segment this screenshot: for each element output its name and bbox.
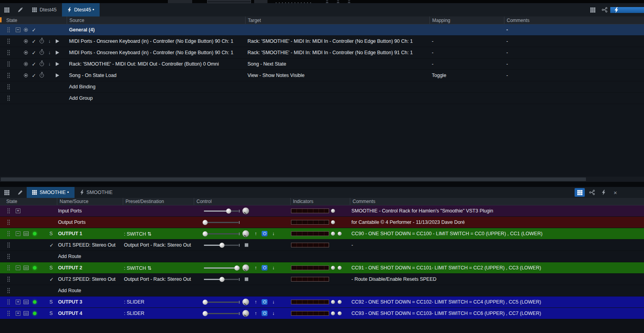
- up-arrow-icon[interactable]: ↑: [255, 265, 257, 271]
- bindings-view-button[interactable]: [598, 187, 609, 198]
- drag-handle[interactable]: [7, 50, 10, 56]
- slider-handle[interactable]: [202, 231, 207, 236]
- enabled-check-icon[interactable]: ✓: [49, 276, 54, 282]
- row-preset[interactable]: : SWITCH ⇅: [123, 228, 194, 239]
- drag-handle[interactable]: [7, 61, 10, 67]
- down-arrow-icon[interactable]: ↓: [48, 50, 51, 55]
- horizontal-scrollbar[interactable]: [0, 177, 644, 182]
- drag-handle[interactable]: [7, 95, 10, 101]
- midi-filter-icon[interactable]: [262, 231, 267, 236]
- collapse-icon[interactable]: −: [16, 231, 20, 236]
- binding-row[interactable]: ✓ ↓ Rack: 'SMOOTHIE' - MIDI Out: MIDI Ou…: [0, 59, 644, 70]
- drag-handle[interactable]: [7, 27, 10, 33]
- add-group-button[interactable]: Add Group: [67, 93, 245, 104]
- enabled-check-icon[interactable]: ✓: [32, 27, 36, 33]
- routing-view-button[interactable]: [0, 3, 13, 16]
- gain-slider[interactable]: [204, 300, 238, 305]
- enabled-check-icon[interactable]: ✓: [32, 50, 36, 56]
- pan-knob[interactable]: [242, 208, 249, 214]
- notes-edit-button[interactable]: [13, 187, 27, 198]
- add-binding-row[interactable]: Add Binding: [0, 81, 644, 93]
- collapse-icon[interactable]: −: [16, 27, 20, 32]
- drag-handle[interactable]: [7, 84, 10, 90]
- row-preset[interactable]: : SWITCH ⇅: [123, 262, 194, 273]
- binding-row[interactable]: ✓ ↓ MIDI Ports - Onscreen Keyboard (in) …: [0, 36, 644, 47]
- state-behavior-icon[interactable]: [24, 73, 28, 77]
- pan-knob[interactable]: [242, 299, 249, 306]
- down-arrow-icon[interactable]: ↓: [272, 299, 275, 305]
- drag-handle[interactable]: [7, 265, 10, 271]
- rack-row-output4[interactable]: + S OUTPUT 4 : SLIDER ↑ ↓: [0, 308, 644, 319]
- add-group-row[interactable]: Add Group: [0, 93, 644, 104]
- up-arrow-icon[interactable]: ↑: [255, 299, 257, 305]
- gain-slider[interactable]: [204, 277, 238, 282]
- add-route-row[interactable]: Add Route: [0, 285, 644, 296]
- pan-knob[interactable]: [242, 310, 249, 317]
- routing-view-button[interactable]: [0, 187, 13, 198]
- down-arrow-icon[interactable]: ↓: [272, 231, 275, 236]
- gain-slider[interactable]: [204, 243, 238, 248]
- timer-icon[interactable]: [40, 73, 44, 78]
- drag-handle[interactable]: [7, 231, 10, 237]
- midi-filter-icon[interactable]: [262, 265, 267, 271]
- notes-edit-button[interactable]: [13, 3, 27, 16]
- pan-knob[interactable]: [242, 265, 249, 271]
- enabled-check-icon[interactable]: ✓: [32, 73, 36, 79]
- bindings-view-button[interactable]: [610, 7, 644, 13]
- drag-handle[interactable]: [7, 220, 10, 225]
- state-behavior-icon[interactable]: [24, 39, 28, 43]
- tab-dtest45-bindings[interactable]: Dtest45 •: [62, 3, 100, 16]
- midi-filter-icon[interactable]: [262, 311, 267, 316]
- table-view-button[interactable]: [575, 188, 585, 197]
- binding-row[interactable]: ✓ ↓ MIDI Ports - Onscreen Keyboard (in) …: [0, 47, 644, 59]
- expand-icon[interactable]: +: [16, 300, 20, 304]
- test-play-icon[interactable]: [56, 51, 59, 55]
- slider-handle[interactable]: [226, 209, 231, 214]
- up-arrow-icon[interactable]: ↑: [255, 311, 257, 316]
- rack-row-output3[interactable]: + S OUTPUT 3 : SLIDER ↑ ↓: [0, 296, 644, 308]
- state-behavior-icon[interactable]: [24, 62, 28, 66]
- pane-splitter[interactable]: [0, 182, 644, 187]
- gain-slider[interactable]: [204, 265, 238, 271]
- add-binding-button[interactable]: Add Binding: [67, 81, 245, 92]
- wiring-view-button[interactable]: [586, 187, 598, 198]
- down-arrow-icon[interactable]: ↓: [272, 265, 275, 271]
- collapse-icon[interactable]: −: [16, 265, 20, 270]
- slider-handle[interactable]: [219, 243, 224, 248]
- slider-handle[interactable]: [202, 220, 207, 225]
- binding-row[interactable]: ✓ Song - On State Load View - Show Notes…: [0, 70, 644, 81]
- timer-icon[interactable]: [40, 62, 44, 66]
- binding-group-row[interactable]: − ✓ General (4) -: [0, 24, 644, 36]
- expand-icon[interactable]: +: [16, 209, 20, 213]
- test-play-icon[interactable]: [56, 39, 59, 43]
- drag-handle[interactable]: [7, 311, 10, 317]
- slider-handle[interactable]: [202, 311, 207, 316]
- enabled-check-icon[interactable]: ✓: [49, 242, 54, 248]
- drag-handle[interactable]: [7, 276, 10, 282]
- down-arrow-icon[interactable]: ↓: [48, 38, 51, 44]
- row-preset[interactable]: Output Port - Rack: Stereo Out: [123, 240, 194, 251]
- gain-slider[interactable]: [204, 311, 238, 316]
- gain-slider[interactable]: [204, 209, 238, 214]
- add-route-button[interactable]: Add Route: [57, 251, 123, 262]
- stop-square-icon[interactable]: [245, 278, 248, 281]
- timer-icon[interactable]: [40, 51, 44, 55]
- close-pane-button[interactable]: ×: [609, 187, 621, 198]
- gain-slider[interactable]: [204, 231, 238, 236]
- test-play-icon[interactable]: [56, 62, 59, 66]
- rack-row-output2[interactable]: − S OUTPUT 2 : SWITCH ⇅ ↑ ↓: [0, 262, 644, 274]
- gain-slider[interactable]: [204, 220, 238, 225]
- route-row-out1-speed[interactable]: ✓ OUT1 SPEED: Stereo Out Output Port - R…: [0, 240, 644, 251]
- drag-handle[interactable]: [7, 288, 10, 294]
- row-preset[interactable]: : SLIDER: [123, 308, 194, 319]
- drag-handle[interactable]: [7, 38, 10, 44]
- drag-handle[interactable]: [7, 299, 10, 305]
- slider-handle[interactable]: [219, 277, 224, 282]
- drag-handle[interactable]: [7, 242, 10, 248]
- row-preset[interactable]: Output Port - Rack: Stereo Out: [123, 274, 194, 285]
- pan-knob[interactable]: [242, 231, 249, 237]
- enabled-check-icon[interactable]: ✓: [32, 61, 36, 67]
- test-play-icon[interactable]: [56, 73, 59, 77]
- slider-handle[interactable]: [234, 265, 239, 271]
- route-row-out2-speed[interactable]: ✓ OUT2 SPEED: Stereo Out Output Port - R…: [0, 274, 644, 285]
